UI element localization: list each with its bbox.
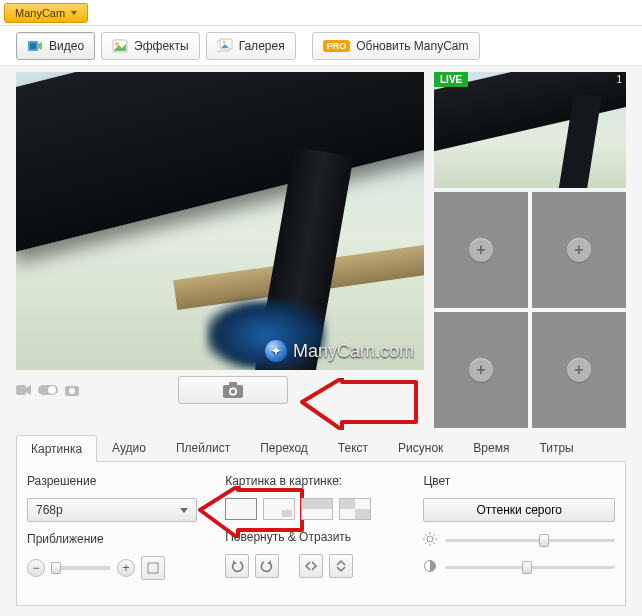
svg-point-3 [115, 42, 119, 46]
resolution-value: 768p [36, 503, 63, 517]
pip-layout-split-h[interactable] [301, 498, 333, 520]
pip-layout-quad[interactable] [339, 498, 371, 520]
settings-tabs: Картинка Аудио Плейлист Переход Текст Ри… [16, 434, 626, 462]
tab-video-label: Видео [49, 39, 84, 53]
pip-label: Картинка в картинке: [225, 474, 399, 488]
tab-upgrade[interactable]: PRO Обновить ManyCam [312, 32, 480, 60]
flip-vertical-button[interactable] [329, 554, 353, 578]
workspace: ✦ ManyCam.com LIVE 1 + + + + [0, 66, 642, 428]
source-slot-3[interactable]: + [532, 192, 626, 308]
zoom-out-button[interactable]: − [27, 559, 45, 577]
settings-col-resolution: Разрешение 768p Приближение − + [27, 474, 201, 593]
settings-col-pip: Картинка в картинке: Повернуть & Отразит… [225, 474, 399, 593]
rotate-flip-controls [225, 554, 399, 578]
watermark: ✦ ManyCam.com [265, 340, 414, 362]
tab-video[interactable]: Видео [16, 32, 95, 60]
settings-tab-draw[interactable]: Рисунок [383, 434, 458, 461]
svg-point-9 [48, 386, 56, 394]
color-label: Цвет [423, 474, 615, 488]
source-slot-4[interactable]: + [434, 312, 528, 428]
brightness-icon [423, 532, 437, 549]
svg-point-6 [222, 40, 225, 43]
source-slot-5[interactable]: + [532, 312, 626, 428]
flip-v-icon [334, 559, 348, 573]
settings-panel: Разрешение 768p Приближение − + Картинка… [16, 462, 626, 606]
tab-gallery-label: Галерея [239, 39, 285, 53]
snapshot-button[interactable] [178, 376, 288, 404]
app-menu-label: ManyCam [15, 7, 65, 19]
resolution-label: Разрешение [27, 474, 201, 488]
svg-line-22 [425, 534, 427, 536]
pip-layout-small[interactable] [263, 498, 295, 520]
svg-line-23 [434, 543, 436, 545]
watermark-text: ManyCam.com [293, 341, 414, 362]
svg-point-11 [69, 388, 75, 394]
settings-tab-text[interactable]: Текст [323, 434, 383, 461]
record-video-icon [16, 383, 32, 397]
tab-upgrade-label: Обновить ManyCam [356, 39, 468, 53]
app-menu-button[interactable]: ManyCam [4, 3, 88, 23]
manycam-logo-icon: ✦ [265, 340, 287, 362]
flip-h-icon [304, 559, 318, 573]
svg-rect-13 [229, 382, 237, 386]
svg-point-15 [231, 389, 236, 394]
brightness-slider-row [423, 532, 615, 549]
source-slot-2[interactable]: + [434, 192, 528, 308]
tab-effects-label: Эффекты [134, 39, 189, 53]
settings-tab-titles[interactable]: Титры [524, 434, 588, 461]
tab-gallery[interactable]: Галерея [206, 32, 296, 60]
settings-tab-audio[interactable]: Аудио [97, 434, 161, 461]
contrast-slider[interactable] [445, 566, 615, 569]
rotate-left-button[interactable] [225, 554, 249, 578]
live-badge: LIVE [434, 72, 468, 87]
chevron-down-icon [71, 11, 77, 15]
settings-col-color: Цвет Оттенки серого [423, 474, 615, 593]
zoom-in-button[interactable]: + [117, 559, 135, 577]
recording-indicators [16, 383, 80, 397]
svg-point-17 [427, 536, 433, 542]
rotate-left-icon [230, 559, 244, 573]
grayscale-button[interactable]: Оттенки серого [423, 498, 615, 522]
chevron-down-icon [180, 508, 188, 513]
title-bar: ManyCam [0, 0, 642, 26]
zoom-label: Приближение [27, 532, 201, 546]
resolution-dropdown[interactable]: 768p [27, 498, 197, 522]
svg-rect-7 [16, 385, 26, 395]
main-tabs: Видео Эффекты Галерея PRO Обновить ManyC… [0, 26, 642, 66]
svg-rect-16 [148, 563, 158, 573]
rotate-right-button[interactable] [255, 554, 279, 578]
gallery-icon [217, 38, 233, 54]
crop-icon [146, 561, 160, 575]
zoom-controls: − + [27, 556, 201, 580]
settings-tab-playlist[interactable]: Плейлист [161, 434, 245, 461]
pip-layout-options [225, 498, 399, 520]
video-preview[interactable]: ✦ ManyCam.com [16, 72, 424, 370]
effects-icon [112, 38, 128, 54]
settings-tab-picture[interactable]: Картинка [16, 435, 97, 462]
pro-badge: PRO [323, 40, 351, 52]
svg-line-25 [434, 534, 436, 536]
svg-rect-1 [30, 43, 36, 49]
contrast-slider-row [423, 559, 615, 576]
plus-icon: + [469, 238, 493, 262]
brightness-slider[interactable] [445, 539, 615, 542]
plus-icon: + [469, 358, 493, 382]
camera-small-icon [64, 383, 80, 397]
zoom-slider[interactable] [51, 566, 111, 570]
slot-number: 1 [616, 74, 622, 85]
contrast-icon [423, 559, 437, 576]
plus-icon: + [567, 358, 591, 382]
svg-line-24 [425, 543, 427, 545]
pip-layout-none[interactable] [225, 498, 257, 520]
flip-horizontal-button[interactable] [299, 554, 323, 578]
tab-effects[interactable]: Эффекты [101, 32, 200, 60]
video-icon [27, 38, 43, 54]
camera-icon [222, 381, 244, 399]
settings-tab-time[interactable]: Время [458, 434, 524, 461]
source-slot-1[interactable]: LIVE 1 [434, 72, 626, 188]
zoom-reset-button[interactable] [141, 556, 165, 580]
settings-tab-transition[interactable]: Переход [245, 434, 323, 461]
capture-controls [16, 370, 424, 410]
rotate-label: Повернуть & Отразить [225, 530, 399, 544]
toggle-icon [38, 384, 58, 396]
